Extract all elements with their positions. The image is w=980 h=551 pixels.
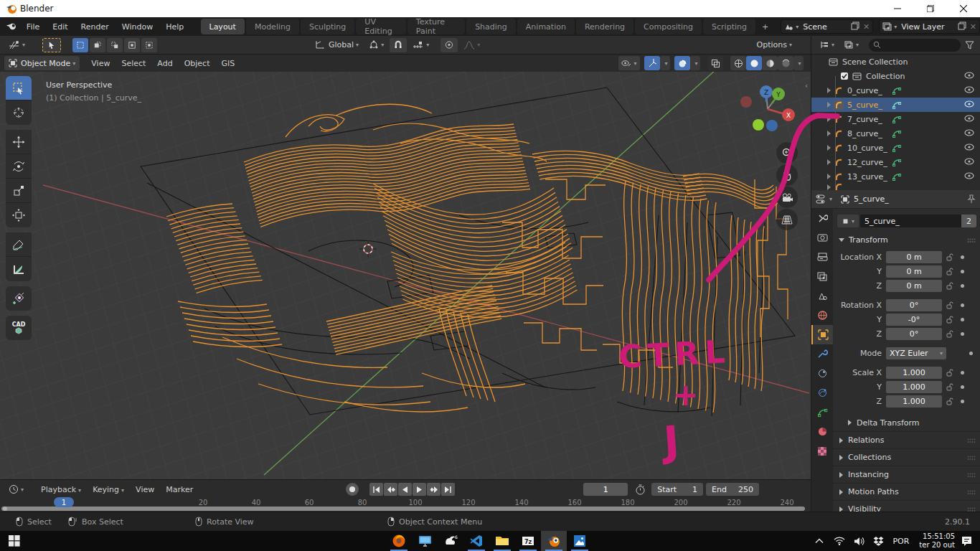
expand-icon[interactable] [827,145,831,151]
annotate-tool[interactable] [6,232,32,257]
tab-world[interactable] [811,306,833,325]
shading-dropdown[interactable]: ▾ [793,56,804,70]
scale-z-field[interactable]: 1.000 [886,395,942,408]
location-x-field[interactable]: 0 m [886,251,942,263]
checkbox-checked-icon[interactable] [840,72,849,80]
tab-shading[interactable]: Shading [466,19,516,34]
menu-help[interactable]: Help [159,17,190,36]
overlays-toggle-button[interactable] [674,56,690,70]
dove-app-icon[interactable]: 6 [438,531,463,551]
tab-compositing[interactable]: Compositing [635,19,702,34]
rotation-mode-dropdown[interactable]: XYZ Euler▾ [886,347,946,359]
animate-dot[interactable] [961,284,964,288]
lock-open-icon[interactable] [946,316,953,324]
photos-app-icon[interactable] [567,531,593,551]
tab-animation[interactable]: Animation [517,19,575,34]
outliner-row-10-curve[interactable]: 10_curve_ [811,141,980,155]
tab-tool[interactable] [811,209,833,228]
properties-editor-icon[interactable] [816,194,827,204]
vscode-icon[interactable] [463,531,489,551]
show-object-types-dropdown[interactable]: ▾ [618,56,640,70]
expand-icon[interactable] [827,174,831,179]
location-z-field[interactable]: 0 m [886,280,942,292]
menu-edit[interactable]: Edit [46,17,74,36]
eye-icon[interactable] [964,100,974,110]
timeline-menu-keying[interactable]: Keying▾ [87,485,130,494]
tab-uv-editing[interactable]: UV Editing [356,19,406,34]
tab-object[interactable] [811,325,833,344]
menu-render[interactable]: Render [75,17,116,36]
orthographic-toggle-button[interactable] [776,209,798,230]
dropbox-icon[interactable] [873,536,884,546]
tab-texture[interactable] [811,441,833,461]
play-button[interactable] [413,483,426,496]
filter-funnel-icon[interactable] [965,41,974,50]
eye-icon[interactable] [964,129,974,138]
animate-dot[interactable] [961,332,964,336]
notification-center-icon[interactable] [961,536,973,547]
object-name-input[interactable]: 5_curve_ [860,215,961,227]
viewport-menu-view[interactable]: View [85,59,116,68]
new-view-layer-icon[interactable] [958,22,966,32]
select-mode-invert-button[interactable] [124,38,140,52]
viewport-menu-object[interactable]: Object [179,59,216,68]
timeline-scrollbar[interactable] [1,507,805,511]
lock-open-icon[interactable] [946,301,953,309]
motion-paths-section[interactable]: Motion Paths [833,483,980,500]
animate-dot[interactable] [961,400,964,403]
remove-view-layer-icon[interactable]: ✕ [970,22,976,32]
expand-icon[interactable] [827,159,831,165]
animate-dot[interactable] [961,255,964,259]
blender-taskbar-icon[interactable] [541,531,567,551]
lock-open-icon[interactable] [946,397,953,405]
tab-object-data[interactable] [811,402,833,422]
firefox-icon[interactable] [386,531,412,551]
shading-wireframe-button[interactable] [730,56,746,70]
viewport-menu-add[interactable]: Add [151,59,178,68]
animate-dot[interactable] [961,303,964,307]
maximize-button[interactable] [914,0,947,17]
object-id-dropdown[interactable]: ▾ [837,215,859,227]
prev-keyframe-button[interactable] [384,483,397,496]
select-mode-new-button[interactable] [72,38,88,52]
animate-dot[interactable] [969,352,973,355]
move-tool[interactable] [6,130,32,154]
select-mode-intersect-button[interactable] [141,38,157,52]
location-y-field[interactable]: 0 m [886,265,942,278]
monitor-app-icon[interactable] [412,531,438,551]
rotation-z-field[interactable]: 0° [886,328,942,340]
grip-icon[interactable] [967,238,976,243]
viewport-3d[interactable]: Object Mode ▾ View Select Add Object GIS… [0,55,811,479]
options-dropdown[interactable]: Options▾ [753,38,796,52]
transform-orientation-dropdown[interactable]: Global ▾ [311,38,363,52]
zoom-button[interactable] [776,142,798,164]
end-frame-field[interactable]: End250 [706,483,759,496]
speaker-icon[interactable] [854,537,864,546]
eye-icon[interactable] [964,115,974,124]
expand-icon[interactable] [827,102,831,108]
close-button[interactable] [947,0,980,17]
unlink-scene-icon[interactable]: ✕ [863,22,870,32]
animate-dot[interactable] [961,385,964,389]
outliner-row-13-curve[interactable]: 13_curve_ [811,169,980,184]
overlays-dropdown[interactable]: ▾ [690,56,700,70]
tab-modifiers[interactable] [811,344,833,364]
expand-icon[interactable] [827,131,831,136]
active-tool-button[interactable] [42,38,61,52]
camera-view-button[interactable] [776,187,798,208]
measure-tool[interactable] [6,257,32,281]
tab-scene[interactable] [811,286,833,306]
transform-section-header[interactable]: Transform [833,232,980,248]
cursor-tool[interactable] [6,100,32,125]
start-button[interactable] [1,531,27,551]
pan-hand-button[interactable] [776,164,798,186]
7zip-icon[interactable]: 7z [515,531,541,551]
relations-section[interactable]: Relations [833,431,980,448]
outliner-row-0-curve[interactable]: 0_curve_ [811,83,980,98]
eye-icon[interactable] [964,72,974,81]
animate-dot[interactable] [961,270,964,273]
proportional-edit-button[interactable] [440,38,458,52]
xray-toggle-button[interactable] [707,56,723,70]
viewport-menu-gis[interactable]: GIS [215,59,240,68]
next-keyframe-button[interactable] [427,483,440,496]
